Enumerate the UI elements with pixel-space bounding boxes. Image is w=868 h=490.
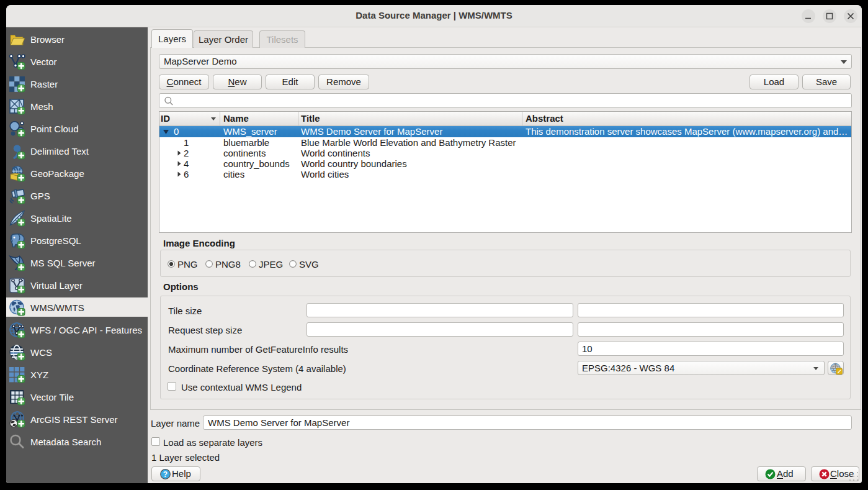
svg-text:?: ? <box>163 470 168 479</box>
